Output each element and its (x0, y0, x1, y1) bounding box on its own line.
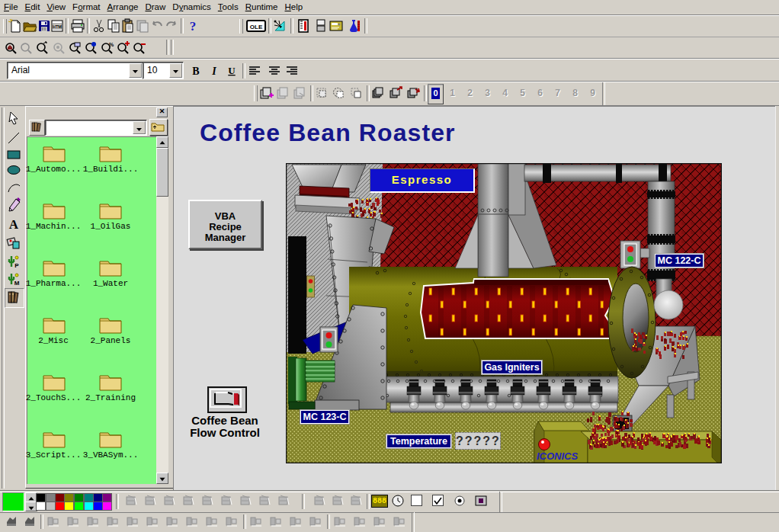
svg-text:I: I (211, 66, 216, 77)
svg-text:HTM: HTM (53, 24, 62, 29)
svg-text:?: ? (190, 19, 197, 34)
svg-text:U: U (228, 65, 236, 76)
svg-text:P: P (14, 262, 19, 269)
svg-text:ICONICS: ICONICS (537, 450, 579, 462)
svg-text:B: B (192, 66, 199, 77)
svg-text:%: % (109, 42, 114, 47)
svg-text:OLE: OLE (250, 24, 263, 30)
